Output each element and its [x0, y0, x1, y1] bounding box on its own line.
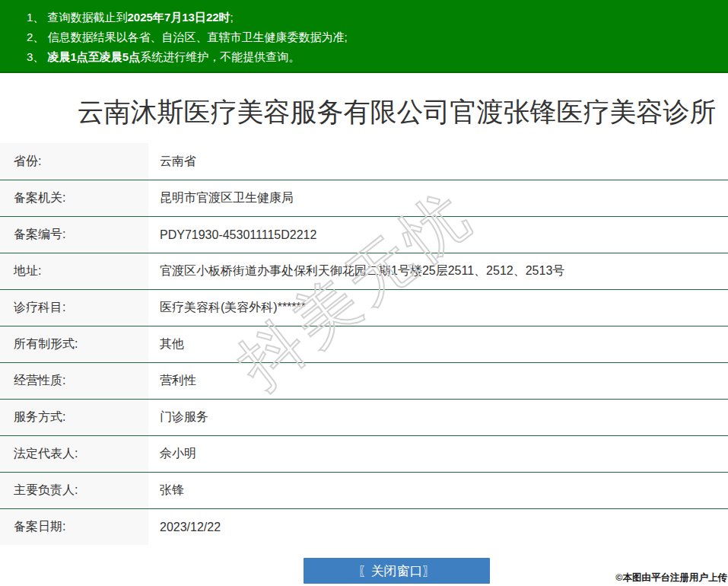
- notice-3-text: 3、: [27, 50, 48, 63]
- table-row-filing-number: 备案编号: PDY71930-453011115D2212: [0, 216, 728, 253]
- table-row-business-nature: 经营性质: 营利性: [0, 362, 728, 399]
- table-row-service-mode: 服务方式: 门诊服务: [0, 399, 728, 435]
- row-value: 官渡区小板桥街道办事处保利天御花园二期1号楼25层2511、2512、2513号: [148, 253, 728, 289]
- row-label: 备案日期:: [0, 509, 148, 545]
- table-row-province: 省份: 云南省: [0, 143, 728, 180]
- upload-credit-text: ©本图由平台注册用户上传: [615, 572, 727, 584]
- notice-1-highlight: 2025年7月13日22时: [128, 11, 230, 24]
- table-row-filing-date: 备案日期: 2023/12/22: [0, 508, 728, 545]
- row-value: 门诊服务: [148, 400, 728, 435]
- row-label: 服务方式:: [0, 400, 148, 435]
- page-title: 云南沐斯医疗美容服务有限公司官渡张锋医疗美容诊所: [65, 98, 728, 125]
- row-value: 营利性: [148, 363, 728, 399]
- row-label: 经营性质:: [0, 363, 148, 399]
- table-row-principal: 主要负责人: 张锋: [0, 472, 728, 508]
- row-value: 2023/12/22: [148, 509, 728, 545]
- notice-3-highlight: 凌晨1点至凌晨5点: [48, 50, 141, 63]
- row-label: 诊疗科目:: [0, 290, 148, 326]
- row-value: 佘小明: [148, 436, 728, 472]
- notice-line-3: 3、 凌晨1点至凌晨5点系统进行维护，不能提供查询。: [27, 47, 720, 67]
- table-row-ownership-type: 所有制形式: 其他: [0, 326, 728, 362]
- record-detail-table: 省份: 云南省 备案机关: 昆明市官渡区卫生健康局 备案编号: PDY71930…: [0, 143, 728, 545]
- row-value: 医疗美容科(美容外科)******: [148, 290, 728, 326]
- row-value: PDY71930-453011115D2212: [148, 217, 728, 253]
- notice-1-suffix: ;: [230, 11, 234, 24]
- notice-3-suffix: 系统进行维护，不能提供查询。: [140, 50, 300, 63]
- row-value: 其他: [148, 326, 728, 362]
- notice-line-2: 2、 信息数据结果以各省、自治区、直辖市卫生健康委数据为准;: [27, 27, 720, 47]
- row-value: 云南省: [148, 143, 728, 180]
- row-value: 张锋: [148, 473, 728, 508]
- row-label: 所有制形式:: [0, 326, 148, 362]
- notice-1-text: 1、 查询数据截止到: [27, 11, 128, 24]
- row-label: 法定代表人:: [0, 436, 148, 472]
- table-row-treatment-subjects: 诊疗科目: 医疗美容科(美容外科)******: [0, 289, 728, 326]
- row-label: 主要负责人:: [0, 473, 148, 508]
- row-label: 备案编号:: [0, 217, 148, 253]
- table-row-filing-authority: 备案机关: 昆明市官渡区卫生健康局: [0, 180, 728, 216]
- close-window-button[interactable]: 〖关闭窗口〗: [304, 558, 490, 584]
- notice-line-1: 1、 查询数据截止到2025年7月13日22时;: [27, 8, 720, 27]
- table-row-legal-representative: 法定代表人: 佘小明: [0, 435, 728, 472]
- row-label: 省份:: [0, 143, 148, 180]
- row-label: 备案机关:: [0, 180, 148, 216]
- notice-2-text: 2、 信息数据结果以各省、自治区、直辖市卫生健康委数据为准;: [27, 30, 348, 43]
- table-row-address: 地址: 官渡区小板桥街道办事处保利天御花园二期1号楼25层2511、2512、2…: [0, 253, 728, 289]
- row-value: 昆明市官渡区卫生健康局: [148, 180, 728, 216]
- notice-banner: 1、 查询数据截止到2025年7月13日22时; 2、 信息数据结果以各省、自治…: [0, 0, 728, 73]
- row-label: 地址:: [0, 253, 148, 289]
